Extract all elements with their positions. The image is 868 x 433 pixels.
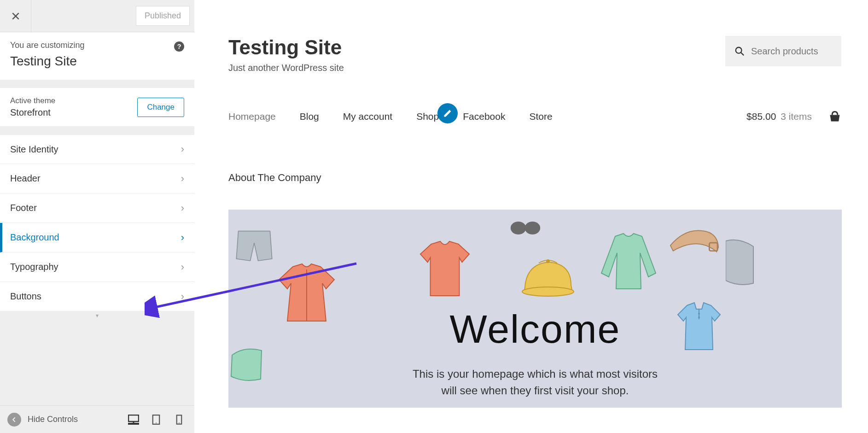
svg-rect-0	[128, 415, 139, 421]
published-button[interactable]: Published	[136, 6, 190, 26]
site-header-row: Testing Site Just another WordPress site	[228, 36, 841, 73]
nav-shop[interactable]: Shop	[416, 111, 439, 122]
help-icon[interactable]: ?	[174, 41, 184, 52]
search-box[interactable]	[725, 36, 841, 66]
about-heading: About The Company	[228, 172, 841, 184]
svg-point-4	[179, 422, 180, 423]
hide-controls-label[interactable]: Hide Controls	[28, 415, 128, 424]
search-input[interactable]	[751, 46, 832, 57]
active-theme-info: Active theme Storefront	[10, 96, 55, 118]
edit-shortcut-button[interactable]	[437, 103, 458, 123]
active-theme-label: Active theme	[10, 96, 55, 105]
doodle-polo	[676, 301, 722, 352]
cart-total: $85.00	[746, 111, 776, 122]
doodle-green-garment	[230, 346, 262, 382]
active-theme-name: Storefront	[10, 107, 55, 118]
customizer-header: You are customizing Testing Site ?	[0, 32, 194, 80]
doodle-sunglasses	[509, 215, 542, 241]
tablet-icon	[152, 415, 160, 425]
hero-subtitle-1: This is your homepage which is what most…	[228, 368, 842, 380]
nav-row: Homepage Blog My account Shop Facebook S…	[228, 110, 841, 123]
sections-caret: ▾	[0, 311, 194, 320]
desktop-icon	[128, 415, 139, 424]
hero-banner: Welcome This is your homepage which is w…	[228, 210, 842, 408]
svg-point-5	[736, 47, 742, 53]
site-title[interactable]: Testing Site	[228, 36, 344, 59]
section-label: Buttons	[10, 291, 41, 302]
doodle-shorts	[233, 227, 275, 267]
nav-store[interactable]: Store	[529, 111, 552, 122]
nav-blog[interactable]: Blog	[300, 111, 319, 122]
chevron-right-icon: ›	[181, 261, 184, 273]
pencil-icon	[443, 109, 452, 118]
section-buttons[interactable]: Buttons ›	[0, 282, 194, 311]
section-header[interactable]: Header ›	[0, 164, 194, 193]
nav-facebook[interactable]: Facebook	[463, 111, 505, 122]
section-typography[interactable]: Typography ›	[0, 252, 194, 282]
chevron-right-icon: ›	[181, 291, 184, 303]
site-branding: Testing Site Just another WordPress site	[228, 36, 344, 73]
device-switcher	[128, 415, 187, 425]
customizing-site-name: Testing Site	[10, 54, 184, 69]
device-mobile-button[interactable]	[176, 415, 187, 425]
section-label: Footer	[10, 203, 37, 213]
customizer-panel: Published You are customizing Testing Si…	[0, 0, 194, 433]
chevron-right-icon: ›	[181, 143, 184, 155]
section-label: Background	[10, 232, 59, 243]
doodle-jacket	[274, 263, 339, 324]
mobile-icon	[176, 415, 182, 425]
doodle-longsleeve	[599, 232, 658, 292]
basket-icon	[828, 110, 841, 123]
nav-homepage[interactable]: Homepage	[228, 111, 276, 122]
chevron-right-icon: ›	[181, 202, 184, 214]
chevron-right-icon: ›	[181, 173, 184, 185]
chevron-left-icon	[11, 416, 17, 423]
svg-point-11	[546, 259, 550, 263]
device-desktop-button[interactable]	[128, 415, 139, 425]
change-theme-button[interactable]: Change	[137, 98, 184, 117]
section-background[interactable]: Background ›	[0, 223, 194, 252]
search-icon	[734, 46, 745, 56]
preview-pane: Testing Site Just another WordPress site…	[194, 0, 868, 433]
chevron-right-icon: ›	[181, 232, 184, 244]
section-footer[interactable]: Footer ›	[0, 193, 194, 223]
svg-point-2	[156, 422, 157, 423]
site-tagline: Just another WordPress site	[228, 63, 344, 73]
customizer-scroll[interactable]: Published You are customizing Testing Si…	[0, 0, 194, 415]
section-label: Header	[10, 173, 41, 184]
doodle-belt	[667, 224, 721, 257]
preview-inner: Testing Site Just another WordPress site…	[194, 0, 868, 408]
close-icon	[11, 12, 20, 21]
customizer-footer: Hide Controls	[0, 405, 194, 433]
svg-line-6	[741, 53, 744, 55]
collapse-button[interactable]	[7, 413, 21, 427]
hero-subtitle-2: will see when they first visit your shop…	[228, 384, 842, 397]
svg-point-10	[522, 287, 574, 296]
active-theme-block: Active theme Storefront Change	[0, 88, 194, 126]
customizer-topbar: Published	[0, 0, 194, 32]
customizer-sections: Site Identity › Header › Footer › Backgr…	[0, 135, 194, 311]
svg-point-15	[698, 316, 700, 318]
section-site-identity[interactable]: Site Identity ›	[0, 135, 194, 164]
cart-items-count: 3 items	[781, 111, 812, 122]
svg-point-8	[525, 222, 541, 234]
svg-point-7	[511, 222, 526, 234]
svg-point-14	[698, 313, 700, 315]
section-label: Site Identity	[10, 144, 58, 155]
doodle-grey-garment	[726, 237, 754, 288]
close-customizer-button[interactable]	[0, 0, 31, 32]
publish-area: Published	[31, 6, 194, 26]
device-tablet-button[interactable]	[152, 415, 163, 425]
nav-myaccount[interactable]: My account	[343, 111, 392, 122]
doodle-tshirt	[418, 239, 472, 299]
section-label: Typography	[10, 262, 58, 272]
cart-link[interactable]: $85.00 3 items	[746, 110, 841, 123]
doodle-cap	[520, 256, 576, 302]
customizing-label: You are customizing	[10, 41, 184, 50]
